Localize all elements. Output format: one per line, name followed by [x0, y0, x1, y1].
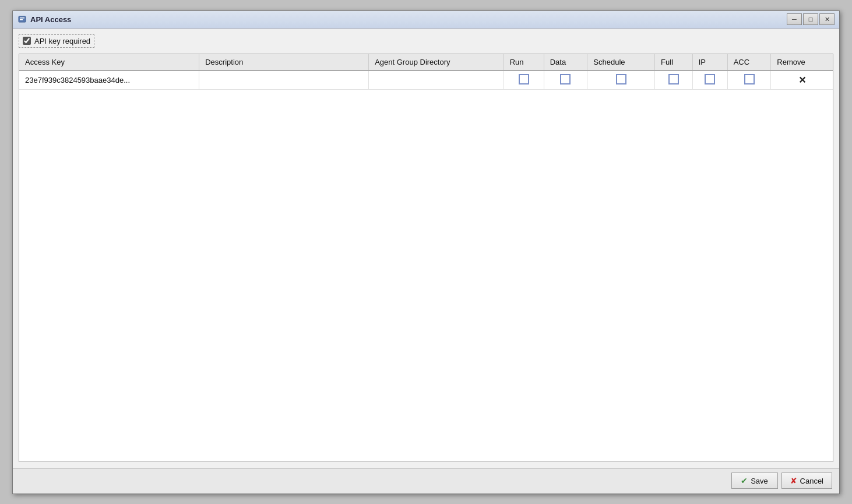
remove-button[interactable]: ✕	[798, 75, 806, 86]
col-full: Full	[655, 54, 693, 71]
data-checkbox[interactable]	[560, 74, 571, 84]
svg-rect-1	[20, 17, 24, 19]
col-schedule: Schedule	[587, 54, 655, 71]
schedule-checkbox[interactable]	[616, 74, 626, 84]
cancel-button[interactable]: ✘ Cancel	[781, 473, 832, 489]
window-icon	[17, 15, 27, 24]
col-run: Run	[504, 54, 544, 71]
cell-run[interactable]	[504, 71, 544, 90]
save-label: Save	[751, 477, 768, 485]
cell-acc[interactable]	[727, 71, 771, 90]
cancel-label: Cancel	[800, 477, 823, 485]
title-bar: API Access ─ □ ✕	[13, 11, 839, 29]
api-access-window: API Access ─ □ ✕ API key required Access…	[12, 10, 840, 494]
api-key-required-label-wrapper[interactable]: API key required	[19, 34, 94, 48]
cell-description[interactable]	[199, 71, 369, 90]
access-key-table-container: Access Key Description Agent Group Direc…	[19, 54, 833, 462]
window-controls: ─ □ ✕	[787, 13, 835, 25]
cell-schedule[interactable]	[587, 71, 655, 90]
maximize-button[interactable]: □	[803, 13, 818, 25]
description-input[interactable]	[205, 76, 362, 84]
cell-remove[interactable]: ✕	[771, 71, 833, 90]
cell-access-key: 23e7f939c3824593baae34de...	[19, 71, 199, 90]
cell-full[interactable]	[655, 71, 693, 90]
svg-rect-2	[20, 19, 23, 20]
col-description: Description	[199, 54, 369, 71]
access-key-table: Access Key Description Agent Group Direc…	[19, 54, 833, 90]
table-header-row: Access Key Description Agent Group Direc…	[19, 54, 833, 71]
full-checkbox[interactable]	[668, 74, 679, 84]
api-key-required-row: API key required	[19, 34, 833, 48]
col-data: Data	[544, 54, 587, 71]
ip-checkbox[interactable]	[705, 74, 715, 84]
col-agent-group-directory: Agent Group Directory	[369, 54, 504, 71]
run-checkbox[interactable]	[519, 74, 529, 84]
col-ip: IP	[692, 54, 727, 71]
window-title: API Access	[30, 15, 787, 24]
cancel-icon: ✘	[790, 476, 797, 485]
footer-bar: ✔ Save ✘ Cancel	[13, 468, 839, 494]
col-acc: ACC	[727, 54, 771, 71]
col-access-key: Access Key	[19, 54, 199, 71]
cell-agent-group-directory	[369, 71, 504, 90]
api-key-required-label: API key required	[34, 37, 90, 45]
acc-checkbox[interactable]	[744, 74, 755, 84]
save-icon: ✔	[741, 476, 748, 485]
window-content: API key required Access Key Description …	[13, 29, 839, 468]
cell-ip[interactable]	[692, 71, 727, 90]
col-remove: Remove	[771, 54, 833, 71]
cell-data[interactable]	[544, 71, 587, 90]
close-button[interactable]: ✕	[819, 13, 835, 25]
save-button[interactable]: ✔ Save	[731, 473, 778, 489]
api-key-required-checkbox[interactable]	[23, 37, 31, 45]
minimize-button[interactable]: ─	[787, 13, 802, 25]
table-row: 23e7f939c3824593baae34de...	[19, 71, 833, 90]
